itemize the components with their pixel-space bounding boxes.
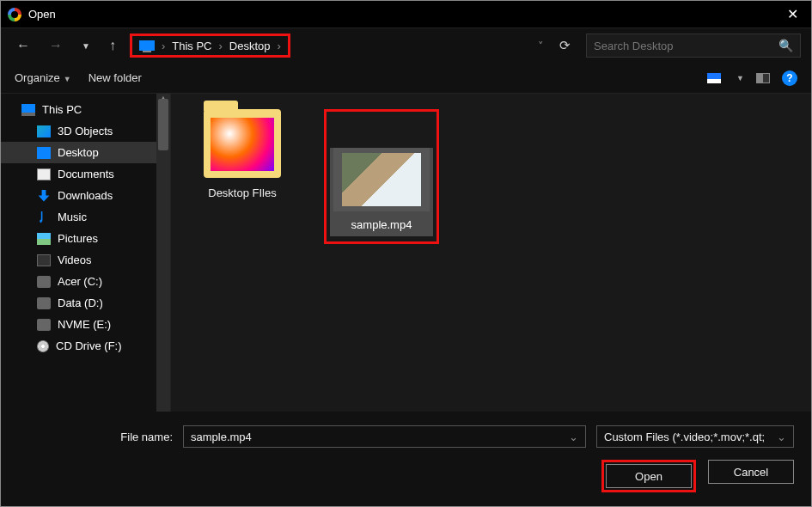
new-folder-button[interactable]: New folder xyxy=(89,71,142,84)
filename-input[interactable]: sample.mp4 ⌄ xyxy=(183,425,586,448)
selected-highlight: sample.mp4 xyxy=(324,109,439,244)
filetype-value: Custom Files (*.video;*.mov;*.qt; xyxy=(604,431,765,443)
chrome-icon xyxy=(8,8,21,21)
open-file-dialog: Open ✕ ← → ▼ ↑ › This PC › Desktop › ˅ ⟳… xyxy=(0,0,812,507)
tree-drive-c[interactable]: Acer (C:) xyxy=(1,271,170,292)
dialog-footer: File name: sample.mp4 ⌄ Custom Files (*.… xyxy=(1,412,811,506)
video-icon xyxy=(37,254,51,266)
tree-pictures[interactable]: Pictures xyxy=(1,228,170,249)
tree-downloads[interactable]: Downloads xyxy=(1,185,170,206)
tree-label: Music xyxy=(58,211,87,223)
filename-value: sample.mp4 xyxy=(191,431,252,443)
filetype-combo[interactable]: Custom Files (*.video;*.mov;*.qt; ⌄ xyxy=(596,425,794,448)
tree-3d-objects[interactable]: 3D Objects xyxy=(1,120,170,142)
filename-label: File name: xyxy=(18,431,173,443)
nav-back-button[interactable]: ← xyxy=(11,34,35,57)
pc-icon xyxy=(139,40,155,51)
view-mode-caret[interactable]: ▼ xyxy=(736,74,744,82)
download-icon xyxy=(37,190,51,202)
tree-documents[interactable]: Documents xyxy=(1,163,170,185)
search-icon: 🔍 xyxy=(778,39,793,52)
folder-icon xyxy=(204,109,281,178)
picture-icon xyxy=(37,233,51,245)
tree-drive-e[interactable]: NVME (E:) xyxy=(1,314,170,335)
nav-recent-caret[interactable]: ▼ xyxy=(76,38,95,54)
folder-tree: This PC 3D Objects Desktop Documents Dow… xyxy=(1,94,170,362)
cube-icon xyxy=(37,125,51,137)
tree-label: Downloads xyxy=(58,189,113,202)
titlebar: Open ✕ xyxy=(1,1,811,28)
chevron-down-icon[interactable]: ⌄ xyxy=(569,431,578,443)
toolbar: Organize▼ New folder ▼ ? xyxy=(1,63,811,94)
tree-label: Desktop xyxy=(58,146,99,159)
cancel-button[interactable]: Cancel xyxy=(708,460,794,484)
pc-icon xyxy=(21,104,35,116)
tree-label: 3D Objects xyxy=(58,125,113,137)
address-history-caret[interactable]: ˅ xyxy=(538,40,544,52)
desktop-icon xyxy=(37,147,51,159)
refresh-button[interactable]: ⟳ xyxy=(553,38,577,53)
tree-label: CD Drive (F:) xyxy=(56,339,122,352)
music-icon xyxy=(37,211,51,223)
nav-forward-button[interactable]: → xyxy=(44,34,68,57)
nav-up-button[interactable]: ↑ xyxy=(104,34,121,57)
search-input[interactable] xyxy=(594,40,778,52)
organize-menu[interactable]: Organize▼ xyxy=(15,71,71,84)
tree-desktop[interactable]: Desktop xyxy=(1,142,170,163)
breadcrumb-desktop[interactable]: Desktop xyxy=(229,40,271,52)
file-list[interactable]: Desktop FIles sample.mp4 xyxy=(171,94,811,412)
tree-label: Data (D:) xyxy=(58,296,103,309)
search-box[interactable]: 🔍 xyxy=(586,34,801,58)
tree-label: Videos xyxy=(58,254,92,266)
folder-item[interactable]: Desktop FIles xyxy=(186,109,298,199)
tree-videos[interactable]: Videos xyxy=(1,249,170,271)
tree-label: Pictures xyxy=(58,232,98,245)
sidebar: This PC 3D Objects Desktop Documents Dow… xyxy=(1,94,171,412)
cd-icon xyxy=(37,340,49,352)
breadcrumb-bar[interactable]: › This PC › Desktop › xyxy=(130,34,290,58)
close-button[interactable]: ✕ xyxy=(773,6,811,22)
video-item[interactable]: sample.mp4 xyxy=(330,148,433,236)
tree-label: This PC xyxy=(42,103,82,116)
tree-music[interactable]: Music xyxy=(1,206,170,228)
chevron-down-icon[interactable]: ⌄ xyxy=(777,431,786,443)
breadcrumb-this-pc[interactable]: This PC xyxy=(172,40,211,52)
tree-this-pc[interactable]: This PC xyxy=(1,99,170,120)
drive-icon xyxy=(37,297,51,309)
dialog-body: This PC 3D Objects Desktop Documents Dow… xyxy=(1,94,811,412)
sidebar-scrollbar[interactable]: ▲ xyxy=(156,94,170,412)
tree-label: Acer (C:) xyxy=(58,275,102,288)
open-button[interactable]: Open xyxy=(606,464,692,488)
scrollbar-thumb[interactable] xyxy=(158,99,168,150)
chevron-right-icon: › xyxy=(278,40,281,52)
tree-label: Documents xyxy=(58,168,114,180)
document-icon xyxy=(37,168,51,180)
open-highlight: Open xyxy=(601,460,696,492)
item-label: Desktop FIles xyxy=(186,186,298,199)
item-label: sample.mp4 xyxy=(330,218,433,236)
tree-label: NVME (E:) xyxy=(58,318,111,331)
window-title: Open xyxy=(28,8,56,21)
nav-bar: ← → ▼ ↑ › This PC › Desktop › ˅ ⟳ 🔍 xyxy=(1,28,811,63)
view-mode-icon[interactable] xyxy=(707,73,721,83)
help-button[interactable]: ? xyxy=(782,70,797,86)
preview-pane-icon[interactable] xyxy=(756,73,770,83)
chevron-right-icon: › xyxy=(218,40,222,52)
chevron-right-icon: › xyxy=(162,40,165,52)
tree-drive-f[interactable]: CD Drive (F:) xyxy=(1,335,170,357)
drive-icon xyxy=(37,319,51,331)
drive-icon xyxy=(37,276,51,288)
tree-drive-d[interactable]: Data (D:) xyxy=(1,292,170,314)
video-thumbnail-icon xyxy=(333,148,430,211)
